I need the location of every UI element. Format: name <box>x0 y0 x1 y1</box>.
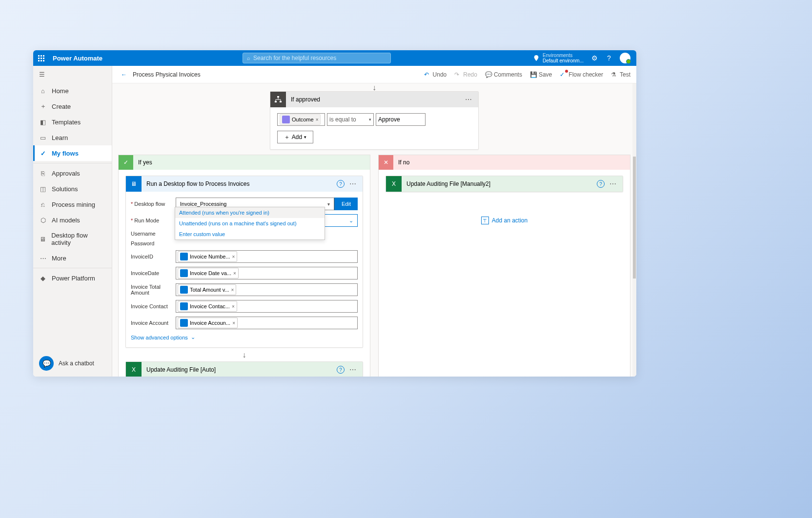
sidebar-item-powerplatform[interactable]: ◆Power Platform <box>33 270 112 286</box>
condition-left-operand[interactable]: Outcome × <box>277 113 325 126</box>
dropdown-option-attended[interactable]: Attended (runs when you're signed in) <box>175 207 325 218</box>
flow-title: Process Physical Invoices <box>133 71 201 78</box>
card-menu-button[interactable]: ⋯ <box>347 180 359 188</box>
search-input[interactable] <box>253 55 386 61</box>
remove-token-icon[interactable]: × <box>316 117 319 122</box>
save-button[interactable]: 💾Save <box>530 71 552 78</box>
arrow-down-icon: ↓ <box>118 83 630 91</box>
remove-token-icon[interactable]: × <box>232 254 235 259</box>
add-condition-button[interactable]: ＋ Add ▾ <box>277 131 313 143</box>
remove-token-icon[interactable]: × <box>232 304 235 309</box>
app-header: Power Automate ⌕ Environments Default en… <box>33 50 636 66</box>
excel-auto-action-card[interactable]: X Update Auditing File [Auto] ? ⋯ <box>125 361 363 377</box>
edit-button[interactable]: Edit <box>334 198 358 210</box>
sidebar-item-approvals[interactable]: ⎘Approvals <box>33 165 112 181</box>
invoice-account-input[interactable]: Invoice Accoun...× <box>176 317 358 329</box>
card-menu-button[interactable]: ⋯ <box>463 96 474 103</box>
sidebar-item-home[interactable]: ⌂Home <box>33 83 112 99</box>
help-icon[interactable]: ? <box>337 366 345 374</box>
show-advanced-button[interactable]: Show advanced options ⌄ <box>126 331 363 343</box>
remove-token-icon[interactable]: × <box>231 287 234 293</box>
sidebar-item-processmining[interactable]: ⎌Process mining <box>33 197 112 212</box>
desktop-icon: 🖥 <box>39 235 46 243</box>
save-icon: 💾 <box>530 71 537 78</box>
command-bar: ← Process Physical Invoices ↶Undo ↷Redo … <box>112 66 636 83</box>
flask-icon: ⚗ <box>611 71 618 78</box>
flow-checker-button[interactable]: ✓Flow checker <box>560 71 603 78</box>
sidebar-item-aimodels[interactable]: ⬡AI models <box>33 212 112 228</box>
invoice-date-input[interactable]: Invoice Date va...× <box>176 267 358 279</box>
desktop-flow-action-card[interactable]: 🖥 Run a Desktop flow to Process Invoices… <box>125 176 363 348</box>
checker-icon: ✓ <box>560 71 567 78</box>
excel-icon: X <box>126 362 142 377</box>
undo-button[interactable]: ↶Undo <box>424 71 447 78</box>
redo-button[interactable]: ↷Redo <box>454 71 477 78</box>
condition-icon <box>270 92 286 107</box>
desktop-flow-icon: 🖥 <box>126 176 142 192</box>
add-action-button[interactable]: ⊤ Add an action <box>386 192 623 249</box>
sidebar-item-templates[interactable]: ◧Templates <box>33 114 112 130</box>
search-icon: ⌕ <box>247 55 250 61</box>
settings-icon[interactable]: ⚙ <box>590 54 598 62</box>
invoice-id-input[interactable]: Invoice Numbe...× <box>176 250 358 263</box>
ai-icon: ⬡ <box>39 216 47 224</box>
svg-rect-0 <box>277 96 279 98</box>
card-menu-button[interactable]: ⋯ <box>608 180 619 188</box>
profile-avatar[interactable] <box>620 53 630 63</box>
remove-token-icon[interactable]: × <box>233 271 236 276</box>
templates-icon: ◧ <box>39 118 47 126</box>
run-mode-dropdown: Attended (runs when you're signed in) Un… <box>175 207 325 240</box>
svg-rect-2 <box>280 101 282 102</box>
chatbot-button[interactable]: 💬 Ask a chatbot <box>33 350 112 377</box>
dropdown-option-custom[interactable]: Enter custom value <box>175 229 325 239</box>
condition-operator[interactable]: is equal to ▾ <box>327 113 374 126</box>
dropdown-option-unattended[interactable]: Unattended (runs on a machine that's sig… <box>175 218 325 229</box>
action-title: Run a Desktop flow to Process Invoices <box>142 180 337 187</box>
powerplatform-icon: ◆ <box>39 274 47 282</box>
app-launcher-icon[interactable] <box>33 55 49 61</box>
approvals-icon: ⎘ <box>39 169 47 177</box>
comments-button[interactable]: 💬Comments <box>485 71 522 78</box>
if-no-branch: ✕ If no X Update Auditing File [Manually… <box>378 155 630 377</box>
chevron-down-icon: ▾ <box>369 117 371 122</box>
sidebar-item-solutions[interactable]: ◫Solutions <box>33 181 112 197</box>
outcome-token[interactable]: Outcome × <box>280 114 321 125</box>
sidebar-item-more[interactable]: ⋯More <box>33 250 112 266</box>
mining-icon: ⎌ <box>39 200 47 208</box>
hamburger-icon[interactable]: ☰ <box>33 66 112 83</box>
arrow-down-icon: ↓ <box>125 348 363 361</box>
card-menu-button[interactable]: ⋯ <box>347 366 359 374</box>
dynamic-content-icon <box>180 286 188 294</box>
help-icon[interactable]: ? <box>337 180 345 188</box>
flow-icon: ✓ <box>39 149 47 157</box>
invoice-contact-input[interactable]: Invoice Contac...× <box>176 300 358 313</box>
condition-title: If approved <box>286 96 463 103</box>
vertical-scrollbar[interactable] <box>632 83 636 377</box>
back-button[interactable]: ← <box>118 69 130 80</box>
remove-token-icon[interactable]: × <box>232 320 235 326</box>
test-button[interactable]: ⚗Test <box>611 71 630 78</box>
sidebar-item-desktopactivity[interactable]: 🖥Desktop flow activity <box>33 228 112 250</box>
help-icon[interactable]: ? <box>597 180 605 188</box>
help-icon[interactable]: ? <box>605 54 613 62</box>
flow-canvas[interactable]: ↓ If approved ⋯ <box>112 83 636 377</box>
environment-picker[interactable]: Environments Default environm... <box>533 53 584 63</box>
dynamic-content-icon <box>180 302 188 310</box>
svg-rect-1 <box>275 101 277 102</box>
dynamic-content-icon <box>180 319 188 327</box>
app-title: Power Automate <box>49 55 106 62</box>
plus-icon: ＋ <box>39 102 47 110</box>
search-box[interactable]: ⌕ <box>243 53 391 63</box>
sidebar: ☰ ⌂Home ＋Create ◧Templates ▭Learn ✓My fl… <box>33 66 112 377</box>
condition-right-operand[interactable]: Approve <box>376 113 426 126</box>
comment-icon: 💬 <box>485 71 492 78</box>
sidebar-item-learn[interactable]: ▭Learn <box>33 130 112 145</box>
chevron-down-icon: ▾ <box>327 201 330 207</box>
invoice-total-input[interactable]: Total Amount v...× <box>176 283 358 296</box>
sidebar-item-create[interactable]: ＋Create <box>33 99 112 114</box>
dynamic-content-icon <box>180 253 188 260</box>
excel-manual-action-card[interactable]: X Update Auditing File [Manually2] ? ⋯ <box>386 176 623 192</box>
condition-card[interactable]: If approved ⋯ Outcome × <box>270 91 479 150</box>
cross-icon: ✕ <box>379 155 393 170</box>
sidebar-item-myflows[interactable]: ✓My flows <box>33 145 112 161</box>
